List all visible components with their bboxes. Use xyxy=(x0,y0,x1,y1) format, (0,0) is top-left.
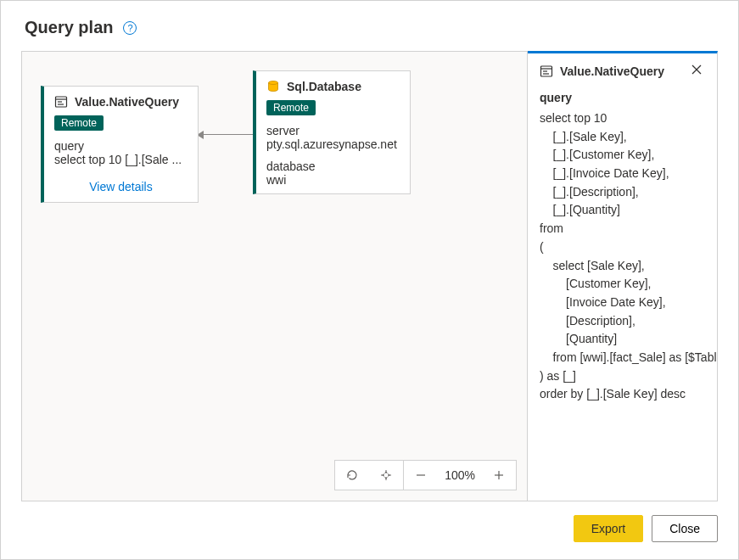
node-title: Value.NativeQuery xyxy=(75,95,179,109)
node-sql-database[interactable]: Sql.Database Remote server pty.sql.azure… xyxy=(253,70,411,194)
content-area: Value.NativeQuery Remote query select to… xyxy=(21,51,718,501)
plan-canvas[interactable]: Value.NativeQuery Remote query select to… xyxy=(21,51,528,501)
node-field-label: server xyxy=(256,124,410,137)
dialog-header: Query plan ? xyxy=(1,1,738,51)
node-native-query[interactable]: Value.NativeQuery Remote query select to… xyxy=(41,86,199,203)
details-query-text: select top 10 [_].[Sale Key], [_].[Custo… xyxy=(540,109,705,404)
close-icon[interactable] xyxy=(688,64,705,79)
node-field-value: pty.sql.azuresynapse.net xyxy=(256,137,410,158)
help-icon[interactable]: ? xyxy=(123,21,137,35)
node-field-label: database xyxy=(256,160,410,173)
remote-badge: Remote xyxy=(266,100,316,115)
node-field-value: wwi xyxy=(256,173,410,193)
remote-badge: Remote xyxy=(54,115,104,131)
zoom-level: 100% xyxy=(438,468,482,482)
database-icon xyxy=(266,80,280,93)
edge-line xyxy=(204,134,253,135)
details-title: Value.NativeQuery xyxy=(560,64,681,78)
dialog-footer: Export Close xyxy=(1,515,738,559)
zoom-controls: 100% xyxy=(334,460,517,490)
node-field-label: query xyxy=(44,139,198,153)
export-button[interactable]: Export xyxy=(574,515,643,542)
node-field-value: select top 10 [_].[Sale ... xyxy=(44,153,198,173)
node-header: Sql.Database xyxy=(256,71,410,98)
node-header: Value.NativeQuery xyxy=(44,87,198,114)
details-field-label: query xyxy=(540,91,705,104)
query-icon xyxy=(540,64,553,78)
zoom-in-button[interactable] xyxy=(482,460,516,490)
zoom-out-button[interactable] xyxy=(404,460,438,490)
details-header: Value.NativeQuery xyxy=(540,64,705,79)
query-plan-dialog: Query plan ? Value.NativeQuery Remote qu… xyxy=(0,0,739,560)
reset-view-button[interactable] xyxy=(335,460,369,490)
details-panel: Value.NativeQuery query select top 10 [_… xyxy=(528,51,718,501)
query-icon xyxy=(54,95,68,109)
node-title: Sql.Database xyxy=(287,80,361,93)
dialog-title: Query plan xyxy=(25,18,113,37)
view-details-link[interactable]: View details xyxy=(44,173,198,202)
close-button[interactable]: Close xyxy=(652,515,718,542)
fit-view-button[interactable] xyxy=(369,460,403,490)
